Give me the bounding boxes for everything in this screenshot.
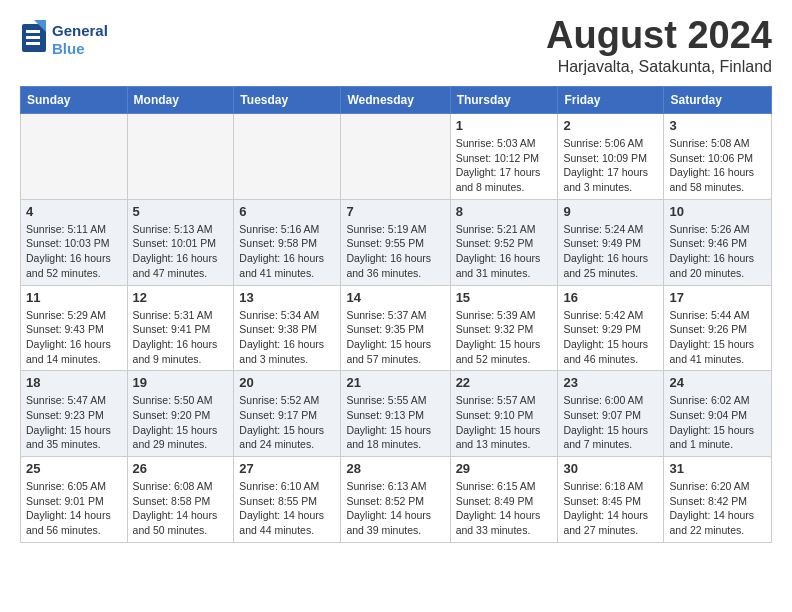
svg-rect-4 <box>26 30 40 33</box>
day-number: 24 <box>669 375 766 390</box>
calendar-week-row: 1Sunrise: 5:03 AMSunset: 10:12 PMDayligh… <box>21 114 772 200</box>
calendar-cell: 27Sunrise: 6:10 AMSunset: 8:55 PMDayligh… <box>234 457 341 543</box>
calendar-cell: 28Sunrise: 6:13 AMSunset: 8:52 PMDayligh… <box>341 457 450 543</box>
day-number: 21 <box>346 375 444 390</box>
day-number: 3 <box>669 118 766 133</box>
svg-rect-6 <box>26 42 40 45</box>
day-info: Sunrise: 5:47 AMSunset: 9:23 PMDaylight:… <box>26 393 122 452</box>
calendar-cell: 30Sunrise: 6:18 AMSunset: 8:45 PMDayligh… <box>558 457 664 543</box>
day-number: 12 <box>133 290 229 305</box>
weekday-header-thursday: Thursday <box>450 87 558 114</box>
calendar-cell: 26Sunrise: 6:08 AMSunset: 8:58 PMDayligh… <box>127 457 234 543</box>
day-info: Sunrise: 6:20 AMSunset: 8:42 PMDaylight:… <box>669 479 766 538</box>
calendar-cell: 16Sunrise: 5:42 AMSunset: 9:29 PMDayligh… <box>558 285 664 371</box>
svg-text:Blue: Blue <box>52 40 85 57</box>
calendar-cell: 7Sunrise: 5:19 AMSunset: 9:55 PMDaylight… <box>341 199 450 285</box>
calendar-cell: 14Sunrise: 5:37 AMSunset: 9:35 PMDayligh… <box>341 285 450 371</box>
calendar-cell: 13Sunrise: 5:34 AMSunset: 9:38 PMDayligh… <box>234 285 341 371</box>
day-number: 10 <box>669 204 766 219</box>
calendar-cell: 12Sunrise: 5:31 AMSunset: 9:41 PMDayligh… <box>127 285 234 371</box>
day-number: 5 <box>133 204 229 219</box>
calendar-week-row: 18Sunrise: 5:47 AMSunset: 9:23 PMDayligh… <box>21 371 772 457</box>
weekday-header-friday: Friday <box>558 87 664 114</box>
calendar-cell <box>341 114 450 200</box>
day-number: 29 <box>456 461 553 476</box>
svg-text:General: General <box>52 22 108 39</box>
day-number: 2 <box>563 118 658 133</box>
month-title: August 2024 <box>546 16 772 54</box>
day-info: Sunrise: 5:29 AMSunset: 9:43 PMDaylight:… <box>26 308 122 367</box>
day-info: Sunrise: 5:11 AMSunset: 10:03 PMDaylight… <box>26 222 122 281</box>
day-number: 15 <box>456 290 553 305</box>
location-title: Harjavalta, Satakunta, Finland <box>546 58 772 76</box>
day-number: 17 <box>669 290 766 305</box>
weekday-header-wednesday: Wednesday <box>341 87 450 114</box>
day-info: Sunrise: 6:08 AMSunset: 8:58 PMDaylight:… <box>133 479 229 538</box>
day-info: Sunrise: 5:55 AMSunset: 9:13 PMDaylight:… <box>346 393 444 452</box>
day-info: Sunrise: 5:06 AMSunset: 10:09 PMDaylight… <box>563 136 658 195</box>
calendar-cell: 4Sunrise: 5:11 AMSunset: 10:03 PMDayligh… <box>21 199 128 285</box>
day-number: 22 <box>456 375 553 390</box>
calendar-cell: 20Sunrise: 5:52 AMSunset: 9:17 PMDayligh… <box>234 371 341 457</box>
calendar-cell: 24Sunrise: 6:02 AMSunset: 9:04 PMDayligh… <box>664 371 772 457</box>
calendar-cell: 25Sunrise: 6:05 AMSunset: 9:01 PMDayligh… <box>21 457 128 543</box>
day-info: Sunrise: 6:00 AMSunset: 9:07 PMDaylight:… <box>563 393 658 452</box>
day-info: Sunrise: 5:13 AMSunset: 10:01 PMDaylight… <box>133 222 229 281</box>
weekday-header-tuesday: Tuesday <box>234 87 341 114</box>
calendar-cell: 23Sunrise: 6:00 AMSunset: 9:07 PMDayligh… <box>558 371 664 457</box>
calendar-cell: 18Sunrise: 5:47 AMSunset: 9:23 PMDayligh… <box>21 371 128 457</box>
day-info: Sunrise: 6:15 AMSunset: 8:49 PMDaylight:… <box>456 479 553 538</box>
day-info: Sunrise: 5:19 AMSunset: 9:55 PMDaylight:… <box>346 222 444 281</box>
calendar-week-row: 11Sunrise: 5:29 AMSunset: 9:43 PMDayligh… <box>21 285 772 371</box>
calendar-cell: 17Sunrise: 5:44 AMSunset: 9:26 PMDayligh… <box>664 285 772 371</box>
weekday-header-sunday: Sunday <box>21 87 128 114</box>
day-number: 8 <box>456 204 553 219</box>
svg-rect-5 <box>26 36 40 39</box>
day-number: 1 <box>456 118 553 133</box>
calendar-cell: 19Sunrise: 5:50 AMSunset: 9:20 PMDayligh… <box>127 371 234 457</box>
logo-svg: General Blue <box>20 16 130 60</box>
day-info: Sunrise: 5:26 AMSunset: 9:46 PMDaylight:… <box>669 222 766 281</box>
day-number: 4 <box>26 204 122 219</box>
day-info: Sunrise: 5:03 AMSunset: 10:12 PMDaylight… <box>456 136 553 195</box>
calendar-cell: 1Sunrise: 5:03 AMSunset: 10:12 PMDayligh… <box>450 114 558 200</box>
calendar-cell: 21Sunrise: 5:55 AMSunset: 9:13 PMDayligh… <box>341 371 450 457</box>
calendar-week-row: 4Sunrise: 5:11 AMSunset: 10:03 PMDayligh… <box>21 199 772 285</box>
day-number: 7 <box>346 204 444 219</box>
day-info: Sunrise: 6:05 AMSunset: 9:01 PMDaylight:… <box>26 479 122 538</box>
day-number: 11 <box>26 290 122 305</box>
title-section: August 2024 Harjavalta, Satakunta, Finla… <box>546 16 772 76</box>
calendar-cell <box>21 114 128 200</box>
day-number: 18 <box>26 375 122 390</box>
day-info: Sunrise: 5:57 AMSunset: 9:10 PMDaylight:… <box>456 393 553 452</box>
day-number: 26 <box>133 461 229 476</box>
day-number: 9 <box>563 204 658 219</box>
weekday-header-monday: Monday <box>127 87 234 114</box>
day-number: 19 <box>133 375 229 390</box>
page-header: General Blue August 2024 Harjavalta, Sat… <box>20 16 772 76</box>
day-info: Sunrise: 5:31 AMSunset: 9:41 PMDaylight:… <box>133 308 229 367</box>
day-number: 27 <box>239 461 335 476</box>
calendar-week-row: 25Sunrise: 6:05 AMSunset: 9:01 PMDayligh… <box>21 457 772 543</box>
day-number: 6 <box>239 204 335 219</box>
day-number: 23 <box>563 375 658 390</box>
day-number: 20 <box>239 375 335 390</box>
day-info: Sunrise: 6:13 AMSunset: 8:52 PMDaylight:… <box>346 479 444 538</box>
calendar-cell: 31Sunrise: 6:20 AMSunset: 8:42 PMDayligh… <box>664 457 772 543</box>
day-number: 14 <box>346 290 444 305</box>
day-number: 30 <box>563 461 658 476</box>
day-info: Sunrise: 5:39 AMSunset: 9:32 PMDaylight:… <box>456 308 553 367</box>
day-info: Sunrise: 5:44 AMSunset: 9:26 PMDaylight:… <box>669 308 766 367</box>
day-info: Sunrise: 5:21 AMSunset: 9:52 PMDaylight:… <box>456 222 553 281</box>
calendar-cell: 5Sunrise: 5:13 AMSunset: 10:01 PMDayligh… <box>127 199 234 285</box>
calendar-cell: 9Sunrise: 5:24 AMSunset: 9:49 PMDaylight… <box>558 199 664 285</box>
calendar-cell: 3Sunrise: 5:08 AMSunset: 10:06 PMDayligh… <box>664 114 772 200</box>
day-info: Sunrise: 5:42 AMSunset: 9:29 PMDaylight:… <box>563 308 658 367</box>
day-number: 16 <box>563 290 658 305</box>
day-info: Sunrise: 5:16 AMSunset: 9:58 PMDaylight:… <box>239 222 335 281</box>
calendar-cell: 10Sunrise: 5:26 AMSunset: 9:46 PMDayligh… <box>664 199 772 285</box>
day-info: Sunrise: 6:18 AMSunset: 8:45 PMDaylight:… <box>563 479 658 538</box>
calendar-cell: 6Sunrise: 5:16 AMSunset: 9:58 PMDaylight… <box>234 199 341 285</box>
day-number: 13 <box>239 290 335 305</box>
day-info: Sunrise: 5:34 AMSunset: 9:38 PMDaylight:… <box>239 308 335 367</box>
